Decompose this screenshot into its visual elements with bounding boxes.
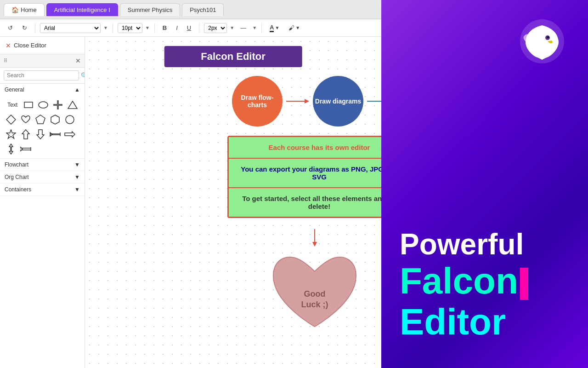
shapes-search-input[interactable] [4, 70, 79, 80]
svg-marker-13 [21, 147, 31, 151]
svg-rect-0 [24, 102, 33, 108]
canvas-title-box: Falcon Editor [164, 46, 302, 67]
shape-pentagon[interactable] [34, 113, 47, 126]
arrow-up-down-icon [7, 144, 15, 155]
shape-arrow-left-right[interactable] [49, 128, 62, 141]
shape-triangle[interactable] [66, 98, 79, 111]
shape-double-arrow[interactable] [19, 143, 32, 155]
canvas-area[interactable]: Falcon Editor Draw flow-charts Draw d [85, 37, 381, 368]
double-arrow-icon [20, 146, 31, 152]
underline-button[interactable]: U [184, 23, 194, 33]
redo-button[interactable]: ↻ [19, 23, 30, 33]
info-row-1-text: Each course has its own editor [269, 144, 370, 151]
pentagon-icon [35, 115, 45, 125]
svg-marker-19 [312, 242, 317, 247]
svg-marker-9 [37, 130, 44, 139]
canvas-title-text: Falcon Editor [201, 51, 266, 62]
tab-ai[interactable]: Artificial Intelligence I [46, 3, 118, 16]
toolbar-separator-1 [35, 23, 35, 33]
undo-button[interactable]: ↺ [5, 23, 16, 33]
falcon-logo-icon [514, 18, 570, 74]
stroke-style-arrow: ▼ [252, 25, 257, 30]
toolbar-separator-4 [199, 23, 199, 33]
flow-circle-1: Draw flow-charts [232, 76, 283, 126]
promo-falcon-text: Falcon [400, 263, 530, 300]
close-editor-bar: ✕ Close Editor [0, 37, 85, 54]
fill-color-arrow: ▼ [295, 25, 300, 30]
tab-psych[interactable]: Psych101 [182, 3, 224, 16]
toolbar-separator-3 [154, 23, 155, 33]
tab-ai-label: Artificial Intelligence I [54, 6, 110, 13]
arrow-right-icon [64, 131, 75, 138]
shapes-section-flowchart-header[interactable]: Flowchart ▼ [0, 159, 85, 171]
italic-button[interactable]: I [173, 23, 181, 33]
ellipse-icon [38, 101, 48, 109]
shapes-section-containers-label: Containers [5, 186, 31, 193]
info-row-3: To get started, select all these element… [229, 188, 381, 217]
shape-hexagon[interactable] [49, 113, 62, 126]
svg-marker-8 [22, 130, 29, 139]
bold-button[interactable]: B [159, 23, 170, 33]
shape-rectangle[interactable] [22, 98, 35, 111]
cross-icon [53, 100, 63, 110]
text-color-button[interactable]: A ▼ [266, 22, 283, 34]
svg-text:Luck ;): Luck ;) [301, 300, 328, 309]
font-size-select[interactable]: 10pt 12pt 14pt [118, 23, 142, 33]
shapes-section-orgchart-header[interactable]: Org Chart ▼ [0, 171, 85, 183]
shapes-search-row: 🔍 [0, 68, 85, 84]
svg-marker-4 [36, 115, 45, 124]
svg-marker-11 [65, 132, 75, 137]
arrow-up-icon [22, 129, 30, 139]
stroke-style-button[interactable]: — [237, 23, 249, 33]
promo-editor-text: Editor [400, 304, 530, 340]
rectangle-icon [24, 102, 33, 108]
close-icon: ✕ [6, 42, 11, 49]
circle-icon [65, 115, 75, 125]
shape-arrow-down[interactable] [34, 128, 47, 141]
star-icon [6, 129, 16, 139]
font-family-select[interactable]: Arial Times New Roman Helvetica [40, 23, 101, 33]
shape-heart[interactable] [19, 113, 32, 126]
svg-point-24 [547, 36, 549, 38]
arrow-left-right-icon [50, 131, 61, 138]
heart-icon [21, 115, 31, 124]
fill-color-button[interactable]: 🖌 ▼ [285, 23, 303, 33]
shapes-section-general-header[interactable]: General ▲ [0, 84, 85, 96]
promo-falcon-accent [520, 268, 528, 300]
promo-text-block: Powerful Falcon Editor [400, 230, 530, 340]
tab-physics[interactable]: Summer Physics [120, 3, 181, 16]
fill-icon: 🖌 [288, 24, 294, 31]
shape-arrow-right[interactable] [63, 128, 76, 141]
tab-home[interactable]: 🏠 Home [4, 3, 45, 16]
svg-marker-3 [6, 115, 16, 124]
shape-text[interactable]: Text [5, 101, 20, 109]
shape-diamond[interactable] [5, 113, 17, 126]
shapes-section-orgchart: Org Chart ▼ [0, 171, 85, 184]
shape-cross[interactable] [51, 98, 64, 111]
toolbar: ↺ ↻ Arial Times New Roman Helvetica ▼ 10… [0, 19, 381, 37]
close-editor-button[interactable]: ✕ Close Editor [6, 42, 46, 49]
info-row-1: Each course has its own editor [229, 137, 381, 159]
shape-arrow-up[interactable] [19, 128, 32, 141]
shapes-section-orgchart-chevron: ▼ [74, 174, 80, 180]
shape-circle[interactable] [63, 113, 76, 126]
svg-marker-10 [50, 132, 60, 136]
flow-arrow-1 [286, 97, 309, 106]
canvas-content: Falcon Editor Draw flow-charts Draw d [85, 37, 381, 368]
info-row-2: You can export your diagrams as PNG, JPG… [229, 159, 381, 188]
stroke-width-select[interactable]: 2px 1px 3px [204, 23, 227, 33]
shapes-section-general-label: General [5, 86, 24, 93]
shape-ellipse[interactable] [37, 98, 50, 111]
shapes-panel-close[interactable]: ✕ [75, 57, 81, 64]
shapes-section-containers-header[interactable]: Containers ▼ [0, 184, 85, 196]
shape-arrow-up-down[interactable] [5, 143, 17, 155]
arrow-down-icon [36, 129, 45, 139]
shapes-panel: ⠿ ✕ 🔍 General ▲ Text [0, 54, 85, 368]
font-size-arrow: ▼ [145, 25, 150, 30]
shape-star[interactable] [5, 128, 17, 141]
tab-bar: 🏠 Home Artificial Intelligence I Summer … [0, 0, 381, 19]
search-icon[interactable]: 🔍 [81, 72, 85, 79]
shapes-panel-header: ⠿ ✕ [0, 54, 85, 68]
shapes-grid-general: Text [0, 96, 85, 158]
svg-marker-15 [305, 99, 309, 104]
